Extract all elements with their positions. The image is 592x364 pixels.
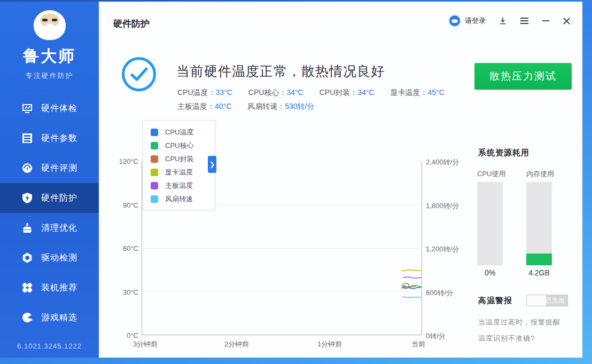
cpu-usage-bar bbox=[477, 182, 503, 265]
x-axis-label: 3分钟前 bbox=[133, 339, 158, 349]
sidebar-item-hardware-protection[interactable]: 硬件防护 bbox=[0, 183, 99, 213]
x-axis-label: 2分钟前 bbox=[224, 339, 249, 349]
sidebar-item-hardware-benchmark[interactable]: 硬件评测 bbox=[0, 153, 99, 183]
brand-tagline: 专注硬件防护 bbox=[0, 71, 99, 81]
shield-bolt-icon bbox=[21, 192, 33, 204]
sidebar-item-label: 游戏精选 bbox=[41, 312, 77, 323]
memory-usage-fill bbox=[526, 254, 552, 265]
chart-legend: CPU温度 CPU核心 CPU封装 显卡温度 主板温度 风扇转速 bbox=[143, 120, 215, 210]
resources-title: 系统资源耗用 bbox=[478, 148, 529, 158]
legend-swatch bbox=[151, 155, 158, 163]
sidebar-item-label: 装机推荐 bbox=[41, 282, 77, 294]
right-axis-tick: 0转/分 bbox=[426, 331, 446, 341]
alert-description: 当温度过高时，报警提醒 bbox=[478, 318, 560, 327]
app-window: 鲁大师 专注硬件防护 硬件体检 硬件参数 硬件评测 bbox=[0, 2, 582, 358]
x-axis-label: 1分钟前 bbox=[317, 339, 342, 349]
sidebar-item-driver-check[interactable]: 驱动检测 bbox=[0, 243, 99, 273]
legend-item-fan-speed[interactable]: 风扇转速 bbox=[151, 192, 215, 205]
temp-accuracy-help-link[interactable]: 温度识别不准确? bbox=[478, 334, 535, 343]
left-axis-tick: 30°C bbox=[113, 288, 138, 296]
reading-cpu-package: CPU封装：34°C bbox=[320, 88, 375, 98]
high-temp-alert-toggle[interactable]: 已关闭 bbox=[526, 295, 568, 306]
menu-icon[interactable] bbox=[520, 17, 529, 25]
right-axis-tick: 2,400转/分 bbox=[426, 157, 459, 167]
list-icon bbox=[21, 132, 33, 144]
memory-usage-value: 4.2GB bbox=[526, 268, 552, 277]
cpu-usage-label: CPU使用 bbox=[477, 169, 505, 179]
line-chart-icon bbox=[21, 102, 33, 114]
memory-usage-bar bbox=[526, 182, 552, 265]
legend-swatch bbox=[151, 142, 158, 149]
sidebar-item-label: 硬件防护 bbox=[41, 193, 77, 204]
sidebar-item-game-picks[interactable]: 游戏精选 bbox=[0, 303, 99, 333]
sidebar-item-label: 硬件体检 bbox=[41, 103, 77, 114]
brand-name: 鲁大师 bbox=[0, 45, 99, 67]
x-axis-label: 当前 bbox=[411, 339, 425, 349]
reading-cpu-core: CPU核心：34°C bbox=[248, 88, 303, 98]
sidebar-item-hardware-checkup[interactable]: 硬件体检 bbox=[0, 93, 99, 123]
readings-row-2: 主板温度：40°C 风扇转速：530转/分 bbox=[177, 102, 315, 112]
minimize-icon[interactable] bbox=[542, 20, 550, 22]
user-avatar bbox=[448, 14, 461, 27]
stress-test-button[interactable]: 散热压力测试 bbox=[474, 63, 572, 90]
right-axis-tick: 1,200转/分 bbox=[426, 244, 459, 254]
legend-swatch bbox=[151, 169, 158, 176]
legend-item-mobo-temp[interactable]: 主板温度 bbox=[151, 179, 215, 192]
sidebar: 鲁大师 专注硬件防护 硬件体检 硬件参数 硬件评测 bbox=[0, 2, 99, 358]
nut-icon bbox=[21, 252, 33, 264]
sidebar-item-hardware-params[interactable]: 硬件参数 bbox=[0, 123, 99, 153]
legend-item-cpu-core[interactable]: CPU核心 bbox=[151, 139, 215, 152]
toggle-knob bbox=[527, 295, 546, 306]
left-axis-tick: 120°C bbox=[113, 157, 138, 165]
legend-item-gpu-temp[interactable]: 显卡温度 bbox=[151, 165, 215, 179]
left-axis-tick: 60°C bbox=[113, 244, 138, 252]
legend-swatch bbox=[151, 129, 158, 136]
left-axis-tick: 0°C bbox=[113, 331, 138, 339]
reading-fan-speed: 风扇转速：530转/分 bbox=[247, 102, 314, 112]
sidebar-item-label: 清理优化 bbox=[41, 223, 77, 234]
sidebar-item-label: 硬件参数 bbox=[41, 133, 77, 144]
memory-usage-label: 内存使用 bbox=[526, 169, 554, 179]
download-icon[interactable] bbox=[498, 17, 507, 25]
legend-item-cpu-package[interactable]: CPU封装 bbox=[151, 152, 215, 165]
login-button[interactable]: 请登录 bbox=[448, 14, 486, 27]
close-icon[interactable] bbox=[563, 17, 571, 25]
broom-icon bbox=[21, 222, 33, 234]
reading-gpu-temp: 显卡温度：45°C bbox=[391, 88, 445, 98]
gauge-icon bbox=[21, 162, 33, 174]
page-title: 硬件防护 bbox=[113, 18, 150, 30]
sidebar-item-build-recommend[interactable]: 装机推荐 bbox=[0, 273, 99, 303]
login-label: 请登录 bbox=[465, 16, 486, 26]
brand: 鲁大师 专注硬件防护 bbox=[0, 2, 99, 81]
legend-collapse-chevron-icon[interactable]: ❯ bbox=[208, 156, 216, 173]
right-axis-tick: 600转/分 bbox=[426, 288, 453, 298]
sidebar-item-label: 硬件评测 bbox=[41, 163, 77, 174]
sidebar-item-label: 驱动检测 bbox=[41, 252, 77, 264]
left-axis-tick: 90°C bbox=[113, 201, 138, 209]
status-title: 当前硬件温度正常，散热情况良好 bbox=[176, 62, 385, 80]
window-controls: 请登录 bbox=[448, 14, 571, 27]
sidebar-menu: 硬件体检 硬件参数 硬件评测 硬件防护 bbox=[0, 93, 99, 333]
sidebar-item-cleanup[interactable]: 清理优化 bbox=[0, 213, 99, 243]
toggle-state-label: 已关闭 bbox=[546, 297, 565, 305]
readings-row-1: CPU温度：33°C CPU核心：34°C CPU封装：34°C 显卡温度：45… bbox=[177, 88, 445, 98]
legend-swatch bbox=[151, 195, 158, 203]
cpu-usage-value: 0% bbox=[477, 268, 503, 277]
right-axis-tick: 1,800转/分 bbox=[426, 201, 459, 211]
pacman-icon bbox=[21, 312, 33, 323]
reading-cpu-temp: CPU温度：33°C bbox=[177, 88, 232, 98]
legend-swatch bbox=[151, 182, 158, 189]
app-version: 6.1021.3245.1222 bbox=[0, 342, 99, 350]
clover-icon bbox=[21, 282, 33, 294]
high-temp-alert-title: 高温警报 bbox=[478, 296, 512, 306]
legend-item-cpu-temp[interactable]: CPU温度 bbox=[151, 125, 215, 139]
mascot-logo-icon bbox=[30, 8, 69, 42]
reading-mobo-temp: 主板温度：40°C bbox=[177, 102, 231, 112]
status-check-icon bbox=[122, 57, 156, 91]
